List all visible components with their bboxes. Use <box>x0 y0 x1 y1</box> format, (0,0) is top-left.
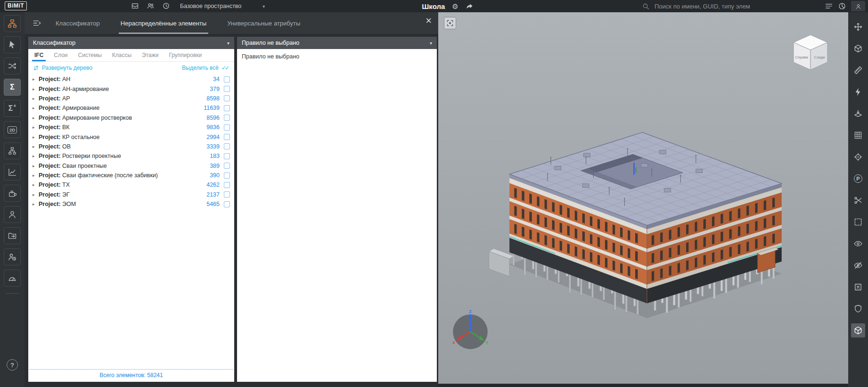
global-search[interactable] <box>642 0 782 12</box>
tree-row[interactable]: ▸Project: ТХ4262 <box>28 180 234 189</box>
avatar[interactable] <box>851 1 865 11</box>
projects-tray-icon[interactable] <box>131 2 139 10</box>
tree-row-checkbox[interactable] <box>224 143 230 149</box>
expand-arrow-icon[interactable]: ▸ <box>33 182 39 187</box>
expand-arrow-icon[interactable]: ▸ <box>33 154 39 158</box>
tree-row[interactable]: ▸Project: ЭГ2137 <box>28 190 234 199</box>
tool-cut[interactable] <box>851 193 865 207</box>
tool-parking[interactable]: P <box>851 172 865 186</box>
tree-row-checkbox[interactable] <box>224 105 230 111</box>
expand-arrow-icon[interactable]: ▸ <box>33 144 39 149</box>
tree-row[interactable]: ▸Project: ВК9836 <box>28 123 234 132</box>
tree-row-checkbox[interactable] <box>224 76 230 82</box>
help-button[interactable]: ? <box>7 359 18 371</box>
classifier-subtab[interactable]: Системы <box>73 49 107 61</box>
sidebar-item-model-structure[interactable] <box>4 15 21 32</box>
workspace-select[interactable]: Базовое пространство ▾ <box>180 0 265 12</box>
rule-dropdown[interactable]: Правило не выбрано ▾ <box>237 37 437 49</box>
tree-row-checkbox[interactable] <box>224 163 230 169</box>
classifier-subtab[interactable]: Классы <box>107 49 137 61</box>
expand-arrow-icon[interactable]: ▸ <box>33 87 39 91</box>
expand-arrow-icon[interactable]: ▸ <box>33 125 39 130</box>
tree-row-checkbox[interactable] <box>224 191 230 198</box>
history-clock-icon[interactable] <box>162 2 170 10</box>
panel-tab[interactable]: Универсальные атрибуты <box>227 12 300 34</box>
tree-row-checkbox[interactable] <box>224 153 230 159</box>
tool-clash[interactable] <box>851 85 865 99</box>
viewport-3d[interactable]: Справа Сзади Z X Y <box>438 12 848 384</box>
tool-hide[interactable] <box>851 258 865 272</box>
expand-arrow-icon[interactable]: ▸ <box>33 115 39 120</box>
share-icon[interactable] <box>466 2 474 10</box>
team-icon[interactable] <box>147 2 155 10</box>
tree-row-checkbox[interactable] <box>224 86 230 92</box>
panel-tab[interactable]: Нераспределённые элементы <box>121 12 206 34</box>
search-input[interactable] <box>655 3 782 10</box>
tree-row-checkbox[interactable] <box>224 201 230 207</box>
sidebar-item-select[interactable] <box>4 36 21 53</box>
expand-arrow-icon[interactable]: ▸ <box>33 106 39 110</box>
tree-row[interactable]: ▸Project: АН-армирование379 <box>28 84 234 93</box>
sidebar-item-classifier[interactable]: Σ <box>4 79 21 96</box>
focus-button[interactable] <box>444 17 456 29</box>
tree-row[interactable]: ▸Project: АР8598 <box>28 94 234 103</box>
tree-row[interactable]: ▸Project: Армирование11639 <box>28 103 234 113</box>
tool-show[interactable] <box>851 237 865 251</box>
tree-row-checkbox[interactable] <box>224 124 230 131</box>
tool-hide-box[interactable] <box>851 280 865 294</box>
tree-row-checkbox[interactable] <box>224 173 230 179</box>
sidebar-item-plugins[interactable] <box>4 185 21 202</box>
tree-row-checkbox[interactable] <box>224 182 230 188</box>
view-cube[interactable]: Справа Сзади <box>787 30 834 73</box>
sidebar-item-dashboard[interactable] <box>4 270 21 287</box>
sidebar-item-2d[interactable]: 2D <box>4 121 21 138</box>
viewcube-face-label[interactable]: Справа <box>795 55 808 59</box>
recent-pie-icon[interactable] <box>838 2 846 10</box>
tool-center[interactable] <box>851 150 865 164</box>
tool-pan[interactable] <box>851 20 865 34</box>
expand-arrow-icon[interactable]: ▸ <box>33 164 39 168</box>
tree-row[interactable]: ▸Project: Сваи фактические (после забивк… <box>28 171 234 180</box>
expand-arrow-icon[interactable]: ▸ <box>33 192 39 197</box>
tool-view-cube[interactable] <box>851 323 865 338</box>
expand-arrow-icon[interactable]: ▸ <box>33 77 39 82</box>
sidebar-item-charts[interactable] <box>4 164 21 181</box>
tool-section-box[interactable] <box>851 41 865 56</box>
tree-row[interactable]: ▸Project: КР остальное2994 <box>28 132 234 141</box>
classifier-subtab[interactable]: Группировки <box>164 49 207 61</box>
expand-tree-link[interactable]: Развернуть дерево <box>33 65 92 71</box>
tree-row[interactable]: ▸Project: ЭОМ5465 <box>28 199 234 209</box>
tree-row[interactable]: ▸Project: Сваи проектные389 <box>28 161 234 171</box>
sidebar-item-users[interactable] <box>4 206 21 223</box>
tree-row[interactable]: ▸Project: АН34 <box>28 74 234 84</box>
tree-row-checkbox[interactable] <box>224 95 230 101</box>
collapse-panel-icon[interactable] <box>32 18 41 28</box>
expand-arrow-icon[interactable]: ▸ <box>33 96 39 101</box>
tree-row[interactable]: ▸Project: ОВ3339 <box>28 142 234 151</box>
gear-icon[interactable]: ⚙ <box>452 3 458 10</box>
select-all-link[interactable]: Выделить всё ✓✓ <box>182 65 229 71</box>
classifier-dropdown[interactable]: Классификатор ▾ <box>28 37 234 49</box>
tool-filter-shield[interactable] <box>851 302 865 316</box>
close-icon[interactable]: × <box>426 16 432 26</box>
sidebar-item-hierarchy[interactable] <box>4 142 21 159</box>
tree-row-checkbox[interactable] <box>224 134 230 140</box>
viewcube-face-label[interactable]: Сзади <box>814 55 825 59</box>
sidebar-item-profile[interactable] <box>4 248 21 265</box>
expand-arrow-icon[interactable]: ▸ <box>33 173 39 178</box>
sidebar-item-classifier-plus[interactable]: Σ+ <box>4 100 21 117</box>
classifier-subtab[interactable]: Слои <box>49 49 73 61</box>
expand-arrow-icon[interactable]: ▸ <box>33 135 39 140</box>
panel-tab[interactable]: Классификатор <box>56 12 100 34</box>
classifier-subtab[interactable]: IFC <box>29 49 49 61</box>
axis-gizmo[interactable]: Z X Y <box>449 309 492 353</box>
sidebar-item-export[interactable] <box>4 227 21 244</box>
tool-clip-plane[interactable] <box>851 107 865 121</box>
tree-row[interactable]: ▸Project: Ростверки проектные183 <box>28 151 234 161</box>
tree-row[interactable]: ▸Project: Армирование ростверков8596 <box>28 113 234 123</box>
tree-row-checkbox[interactable] <box>224 115 230 121</box>
tool-ruler[interactable] <box>851 63 865 77</box>
list-icon[interactable] <box>825 2 833 10</box>
tool-select-area[interactable] <box>851 215 865 229</box>
sidebar-item-collisions[interactable] <box>4 58 21 74</box>
